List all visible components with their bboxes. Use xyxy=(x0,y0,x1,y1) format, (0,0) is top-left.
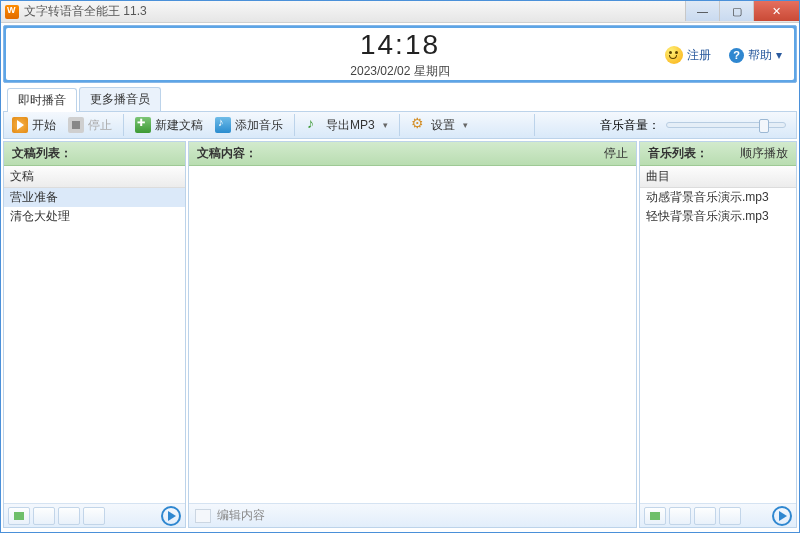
music-list-item[interactable]: 轻快背景音乐演示.mp3 xyxy=(640,207,796,226)
date-display: 2023/02/02 星期四 xyxy=(350,63,449,80)
content-title: 文稿内容： xyxy=(197,145,257,162)
volume-label: 音乐音量： xyxy=(600,117,660,134)
smiley-icon xyxy=(665,46,683,64)
help-label: 帮助 xyxy=(748,47,772,64)
add-music-icon xyxy=(215,117,231,133)
window-controls: — ▢ ✕ xyxy=(685,1,799,21)
gear-icon xyxy=(411,117,427,133)
tab-label: 即时播音 xyxy=(18,93,66,107)
settings-label: 设置 xyxy=(431,117,455,134)
help-menu[interactable]: ? 帮助 ▾ xyxy=(729,47,782,64)
client-area: 14:18 2023/02/02 星期四 注册 ? 帮助 ▾ 即时播音 xyxy=(1,23,799,532)
doc-list-body: 营业准备 清仓大处理 xyxy=(4,188,185,503)
doc-remove-button[interactable] xyxy=(33,507,55,525)
header-inner: 14:18 2023/02/02 星期四 注册 ? 帮助 ▾ xyxy=(6,28,794,80)
volume-slider[interactable] xyxy=(666,122,786,128)
app-icon xyxy=(5,5,19,19)
doc-column-header: 文稿 xyxy=(4,166,185,188)
add-music-label: 添加音乐 xyxy=(235,117,283,134)
chevron-down-icon: ▾ xyxy=(383,120,388,130)
music-note-icon xyxy=(306,117,322,133)
chevron-down-icon: ▾ xyxy=(776,48,782,62)
edit-content-button[interactable]: 编辑内容 xyxy=(217,507,265,524)
add-music-button[interactable]: 添加音乐 xyxy=(209,115,289,136)
music-down-button[interactable] xyxy=(719,507,741,525)
doc-up-button[interactable] xyxy=(58,507,80,525)
stop-label: 停止 xyxy=(88,117,112,134)
tab-label: 更多播音员 xyxy=(90,92,150,106)
start-label: 开始 xyxy=(32,117,56,134)
help-icon: ? xyxy=(729,48,744,63)
slider-thumb[interactable] xyxy=(759,119,769,133)
tab-bar: 即时播音 更多播音员 xyxy=(3,87,797,112)
edit-icon xyxy=(195,509,211,523)
titlebar: 文字转语音全能王 11.3 — ▢ ✕ xyxy=(1,1,799,23)
header-right: 注册 ? 帮助 ▾ xyxy=(665,46,782,64)
volume-area: 音乐音量： xyxy=(600,117,794,134)
content-status: 停止 xyxy=(604,145,628,162)
content-panel: 文稿内容： 停止 编辑内容 xyxy=(188,141,637,528)
new-doc-button[interactable]: 新建文稿 xyxy=(129,115,209,136)
register-link[interactable]: 注册 xyxy=(665,46,711,64)
play-icon xyxy=(12,117,28,133)
stop-button[interactable]: 停止 xyxy=(62,115,118,136)
doc-add-button[interactable] xyxy=(8,507,30,525)
doc-list-panel: 文稿列表： 文稿 营业准备 清仓大处理 xyxy=(3,141,186,528)
new-doc-label: 新建文稿 xyxy=(155,117,203,134)
stop-icon xyxy=(68,117,84,133)
separator xyxy=(534,114,535,136)
content-header: 文稿内容： 停止 xyxy=(189,142,636,166)
toolbar: 开始 停止 新建文稿 添加音乐 导出MP3 ▾ xyxy=(3,111,797,139)
music-list-body: 动感背景音乐演示.mp3 轻快背景音乐演示.mp3 xyxy=(640,188,796,503)
music-list-header: 音乐列表： 顺序播放 xyxy=(640,142,796,166)
music-list-footer xyxy=(640,503,796,527)
export-mp3-button[interactable]: 导出MP3 ▾ xyxy=(300,115,394,136)
register-label: 注册 xyxy=(687,47,711,64)
chevron-down-icon: ▾ xyxy=(463,120,468,130)
music-up-button[interactable] xyxy=(694,507,716,525)
maximize-button[interactable]: ▢ xyxy=(719,1,753,21)
music-remove-button[interactable] xyxy=(669,507,691,525)
music-list-item[interactable]: 动感背景音乐演示.mp3 xyxy=(640,188,796,207)
doc-list-item[interactable]: 清仓大处理 xyxy=(4,207,185,226)
header-band: 14:18 2023/02/02 星期四 注册 ? 帮助 ▾ xyxy=(3,25,797,83)
app-window: 文字转语音全能王 11.3 — ▢ ✕ 14:18 2023/02/02 星期四… xyxy=(0,0,800,533)
close-button[interactable]: ✕ xyxy=(753,1,799,21)
doc-play-button[interactable] xyxy=(161,506,181,526)
doc-list-header: 文稿列表： xyxy=(4,142,185,166)
separator xyxy=(399,114,400,136)
work-area: 文稿列表： 文稿 营业准备 清仓大处理 文稿内容： 停止 xyxy=(3,139,797,530)
music-column-header: 曲目 xyxy=(640,166,796,188)
content-footer: 编辑内容 xyxy=(189,503,636,527)
doc-list-title: 文稿列表： xyxy=(12,145,72,162)
clock-display: 14:18 xyxy=(360,29,440,61)
content-body[interactable] xyxy=(189,166,636,503)
doc-down-button[interactable] xyxy=(83,507,105,525)
tab-instant-broadcast[interactable]: 即时播音 xyxy=(7,88,77,112)
separator xyxy=(123,114,124,136)
window-title: 文字转语音全能王 11.3 xyxy=(24,3,147,20)
start-button[interactable]: 开始 xyxy=(6,115,62,136)
music-list-panel: 音乐列表： 顺序播放 曲目 动感背景音乐演示.mp3 轻快背景音乐演示.mp3 xyxy=(639,141,797,528)
separator xyxy=(294,114,295,136)
music-play-button[interactable] xyxy=(772,506,792,526)
new-doc-icon xyxy=(135,117,151,133)
music-list-title: 音乐列表： xyxy=(648,145,708,162)
doc-list-footer xyxy=(4,503,185,527)
export-label: 导出MP3 xyxy=(326,117,375,134)
music-add-button[interactable] xyxy=(644,507,666,525)
music-play-mode[interactable]: 顺序播放 xyxy=(740,145,788,162)
doc-list-item[interactable]: 营业准备 xyxy=(4,188,185,207)
minimize-button[interactable]: — xyxy=(685,1,719,21)
settings-button[interactable]: 设置 ▾ xyxy=(405,115,474,136)
tab-more-announcers[interactable]: 更多播音员 xyxy=(79,87,161,111)
